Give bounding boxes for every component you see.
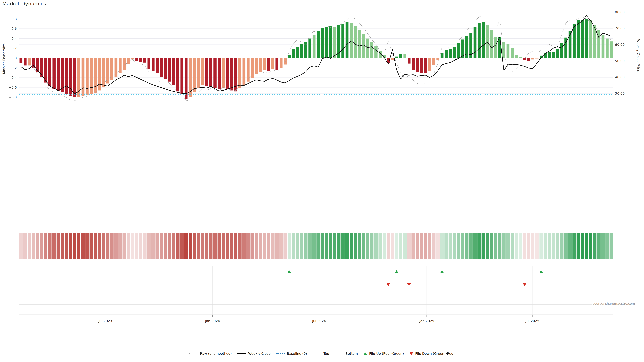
heatmap-cell xyxy=(370,233,374,259)
heatmap-cell xyxy=(523,233,526,259)
heatmap-cell xyxy=(19,233,23,259)
dynamics-bar xyxy=(20,58,23,63)
heatmap-cell xyxy=(160,233,163,259)
flip-down-marker xyxy=(522,283,526,286)
market-dynamics-chart: 0.80.60.40.20−0.2−0.4−0.6−0.880.0070.006… xyxy=(0,0,644,362)
heatmap-cell xyxy=(474,233,477,259)
dynamics-bar xyxy=(296,47,299,58)
heatmap-cell xyxy=(391,233,394,259)
legend-label: Raw (unsmoothed) xyxy=(200,352,232,356)
heatmap-cell xyxy=(395,233,398,259)
dynamics-bar xyxy=(602,35,604,58)
heatmap-cell xyxy=(436,233,440,259)
heatmap-cell xyxy=(164,233,167,259)
heatmap-cell xyxy=(238,233,242,259)
dynamics-bar xyxy=(490,30,493,58)
heatmap-cell xyxy=(382,233,386,259)
dynamics-bar xyxy=(478,23,481,58)
bottom-line-swatch-icon xyxy=(335,354,344,354)
heatmap-cell xyxy=(81,233,84,259)
weekly-close-line xyxy=(21,15,611,94)
dynamics-bar xyxy=(238,58,241,88)
heatmap-cell xyxy=(222,233,225,259)
dynamics-bar xyxy=(197,58,200,88)
heatmap-cell xyxy=(188,233,192,259)
flip-up-marker xyxy=(440,270,444,273)
raw-line-swatch-icon xyxy=(189,354,198,354)
dynamics-bar xyxy=(474,27,477,58)
dynamics-bar xyxy=(515,55,518,58)
heatmap-cell xyxy=(424,233,427,259)
dynamics-bar xyxy=(358,30,361,58)
dynamics-bar xyxy=(226,58,229,89)
heatmap-cell xyxy=(250,233,254,259)
flip-up-marker xyxy=(394,270,399,273)
heatmap-cell xyxy=(156,233,159,259)
dynamics-bar xyxy=(432,58,435,65)
heatmap-cell xyxy=(254,233,258,259)
heatmap-cell xyxy=(98,233,101,259)
heatmap-cell xyxy=(333,233,336,259)
heatmap-cell xyxy=(197,233,200,259)
heatmap-cell xyxy=(152,233,155,259)
heatmap-cell xyxy=(24,233,27,259)
dynamics-bar xyxy=(606,38,608,58)
heatmap-cell xyxy=(102,233,105,259)
dynamics-bar xyxy=(102,58,105,87)
dynamics-bar xyxy=(556,49,559,58)
dynamics-bar xyxy=(172,58,175,85)
dynamics-bar xyxy=(445,50,448,58)
heatmap-cell xyxy=(36,233,39,259)
dynamics-bar xyxy=(201,58,204,85)
heatmap-cell xyxy=(32,233,35,259)
dynamics-bar xyxy=(135,58,138,61)
x-tick-label: Jan 2024 xyxy=(205,319,220,323)
dynamics-bar xyxy=(65,58,68,94)
legend-item-flip-up: Flip Up (Red→Green) xyxy=(364,352,404,356)
left-axis-tick: 0.8 xyxy=(12,17,17,21)
dynamics-bar xyxy=(366,38,369,58)
dynamics-bar xyxy=(292,49,295,58)
x-tick-label: Jan 2025 xyxy=(419,319,434,323)
heatmap-cell xyxy=(399,233,402,259)
heatmap-cell xyxy=(304,233,308,259)
dynamics-bar xyxy=(259,58,262,72)
legend-item-flip-down: Flip Down (Green→Red) xyxy=(410,352,455,356)
heatmap-cell xyxy=(346,233,349,259)
heatmap-cell xyxy=(453,233,456,259)
heatmap-cell xyxy=(403,233,406,259)
heatmap-cell xyxy=(387,233,390,259)
legend: Raw (unsmoothed) Weekly Close Baseline (… xyxy=(0,352,644,356)
dynamics-bar xyxy=(164,58,167,79)
heatmap-cell xyxy=(482,233,485,259)
dynamics-bar xyxy=(511,48,514,58)
left-axis-tick: −0.6 xyxy=(8,85,17,89)
heatmap-cell xyxy=(205,233,208,259)
left-axis-tick: 0.4 xyxy=(12,36,17,40)
heatmap-cell xyxy=(85,233,89,259)
right-axis-tick: 60.00 xyxy=(615,42,624,46)
heatmap-cell xyxy=(498,233,502,259)
heatmap-cell xyxy=(564,233,568,259)
left-axis-tick: 0.2 xyxy=(12,46,17,50)
heatmap-cell xyxy=(122,233,126,259)
heatmap-cell xyxy=(131,233,134,259)
dynamics-bar xyxy=(73,58,76,97)
left-axis-tick: 0 xyxy=(14,56,17,60)
dynamics-bar xyxy=(139,58,142,62)
heatmap-cell xyxy=(52,233,56,259)
heatmap-cell xyxy=(552,233,555,259)
heatmap-cell xyxy=(284,233,287,259)
dynamics-bar xyxy=(408,58,410,63)
heatmap-cell xyxy=(535,233,539,259)
heatmap-cell xyxy=(90,233,93,259)
legend-item-raw: Raw (unsmoothed) xyxy=(189,352,232,356)
dynamics-bar xyxy=(325,27,328,58)
dynamics-bar xyxy=(457,43,460,58)
left-axis-tick: 0.6 xyxy=(12,27,17,31)
flip-down-marker xyxy=(407,283,411,286)
heatmap-cell xyxy=(292,233,295,259)
heatmap-cell xyxy=(378,233,382,259)
dynamics-bar xyxy=(263,58,266,70)
dynamics-bar xyxy=(288,55,291,58)
